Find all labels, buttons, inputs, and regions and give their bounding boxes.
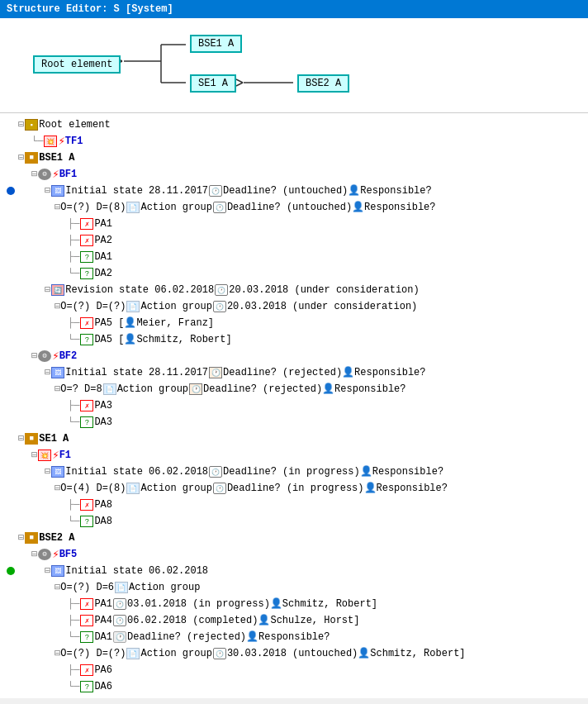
node-extra2: Deadline? (in progress)	[227, 481, 364, 496]
node-extra: Deadline? (rejected)	[223, 365, 342, 380]
person-icon: 👤	[124, 316, 136, 331]
node-extra2: Responsible?	[258, 630, 330, 645]
node-label: PA4	[94, 613, 112, 628]
node-extra2: Responsible?	[354, 365, 425, 380]
node-label: O=(?) D=(8)	[60, 200, 126, 215]
node-extra2: 20.03.2018 (under consideration)	[227, 299, 417, 314]
green-check-icon: ?	[80, 268, 93, 279]
node-label: PA3	[94, 398, 112, 413]
node-extra: Deadline? (rejected)	[127, 630, 246, 645]
clock-x-icon: 🕐	[209, 367, 222, 378]
explode-icon: 💥	[38, 450, 51, 461]
green-dot	[7, 567, 15, 575]
node-label: O=(4) D=(8)	[60, 481, 126, 496]
diagram-area: Root element BSE1 A SE1 A BSE2 A	[0, 18, 588, 113]
doc-icon: 📄	[103, 383, 116, 395]
green-check-icon: ?	[80, 516, 93, 527]
node-extra2: Deadline? (untouched)	[227, 200, 352, 215]
node-label: PA8	[94, 497, 112, 512]
tree-row: ⊟ O=(4) D=(8) 📄 Action group 🕐 Deadline?…	[7, 480, 581, 497]
node-extra: Action group	[140, 200, 211, 215]
lightning-icon: ⚡	[52, 349, 59, 364]
lightning-icon: ⚡	[58, 134, 64, 149]
node-label: Revision state 06.02.2018	[65, 283, 214, 297]
node-label: Initial state 28.11.2017	[65, 183, 208, 198]
node-extra2: Deadline? (rejected)	[203, 382, 322, 397]
tree-row: ⊟ O=? D=8 📄 Action group 🕐 Deadline? (re…	[7, 381, 581, 397]
person-icon: 👤	[364, 481, 377, 496]
node-extra: Action group	[117, 382, 188, 397]
clock-icon: 🕐	[213, 202, 226, 213]
tree-row: ⊟ O=(?) D=(?) 📄 Action group 🕐 30.03.201…	[7, 645, 581, 662]
img-icon: 🖼	[51, 466, 64, 478]
node-label: O=(?) D=6	[60, 580, 114, 595]
person-icon: 👤	[322, 382, 334, 397]
tree-row: ├─ ✗ PA1	[7, 216, 581, 232]
node-label: BSE2 A	[39, 530, 74, 545]
node-label: DA8	[94, 514, 112, 529]
person-icon: 👤	[358, 646, 370, 661]
clock-icon: 🕐	[113, 598, 126, 610]
red-x-icon: ✗	[80, 615, 93, 626]
green-check-icon: ?	[80, 681, 93, 692]
tree-row: ├─ ✗ PA3	[7, 397, 581, 414]
node-label: TF1	[65, 134, 83, 149]
person-icon: 👤	[352, 200, 364, 215]
clock-icon: 🕐	[215, 284, 228, 296]
green-check-icon: ?	[80, 334, 93, 345]
tree-row: ⊟ ⚙ ⚡ BF2	[7, 348, 581, 364]
clock-icon: 🕐	[113, 615, 126, 626]
tree-row: └─ ? DA5 [ 👤 Schmitz, Robert]	[7, 331, 581, 348]
folder-orange-icon: ■	[25, 152, 38, 164]
node-label: DA1	[94, 250, 112, 264]
clock-icon: 🕐	[209, 185, 222, 197]
tree-row: ⊟ ⚙ ⚡ BF1	[7, 166, 581, 183]
clock-icon: 🕐	[209, 466, 222, 478]
tree-row: └─ 💥 ⚡ TF1	[7, 133, 581, 150]
tree-row: ⊟ 💥 ⚡ F1	[7, 447, 581, 464]
red-x-icon: ✗	[80, 317, 93, 329]
person-icon: 👤	[342, 365, 354, 380]
node-label: Initial state 06.02.2018	[65, 464, 208, 479]
doc-icon: 📄	[126, 301, 140, 312]
node-label: O=(?) D=(?)	[60, 646, 126, 661]
folder-orange-icon: ■	[25, 433, 38, 445]
blue-dot	[7, 187, 15, 195]
red-x-icon: ✗	[80, 218, 93, 230]
node-label: DA5 [	[94, 332, 124, 347]
clock-icon: 🕐	[213, 483, 226, 494]
gear-icon: ⚙	[38, 169, 51, 180]
red-x-icon: ✗	[80, 499, 93, 511]
diagram-wrapper: Root element BSE1 A SE1 A BSE2 A	[17, 26, 571, 109]
tree-row: ├─ ✗ PA5 [ 👤 Meier, Franz]	[7, 315, 581, 331]
node-extra: 20.03.2018 (under consideration)	[229, 283, 419, 297]
tree-area: ⊟ ▪ Root element └─ 💥 ⚡ TF1 ⊟ ■ BSE1 A ⊟…	[0, 113, 588, 698]
folder-orange-icon: ■	[25, 532, 38, 544]
tree-row: └─ ? DA3	[7, 414, 581, 430]
node-label: BF5	[59, 547, 78, 562]
node-extra3: Responsible?	[377, 481, 448, 496]
node-label: PA5 [	[94, 316, 124, 331]
node-extra2: Schulze, Horst]	[270, 613, 359, 628]
doc-icon: 📄	[126, 483, 140, 494]
doc-icon: 📄	[115, 582, 128, 593]
tree-row: ├─ ✗ PA4 🕐 06.02.2018 (completed) 👤 Schu…	[7, 612, 581, 629]
tree-row: ├─ ✗ PA6	[7, 662, 581, 678]
node-label: Root element	[39, 117, 110, 132]
node-extra: Deadline? (in progress)	[223, 464, 360, 479]
img-icon: 🖼	[51, 565, 64, 577]
window-title: Structure Editor: S [System]	[0, 0, 588, 18]
diagram-se1: SE1 A	[190, 74, 236, 93]
green-check-icon: ?	[80, 251, 93, 263]
node-label: O=(?) D=(?)	[60, 299, 126, 314]
diagram-bse2: BSE2 A	[297, 74, 349, 93]
doc-icon: 📄	[126, 648, 140, 659]
node-extra: Schmitz, Robert]	[136, 332, 231, 347]
tree-row: ├─ ? DA1	[7, 249, 581, 265]
node-extra2: Responsible?	[360, 183, 431, 198]
img-icon: 🖼	[51, 367, 64, 378]
tree-row: ⊟ O=(?) D=6 📄 Action group	[7, 579, 581, 596]
node-label: BF1	[59, 167, 78, 182]
person-icon: 👤	[258, 613, 270, 628]
tree-row: ├─ ✗ PA1 🕐 03.01.2018 (in progress) 👤 Sc…	[7, 596, 581, 612]
